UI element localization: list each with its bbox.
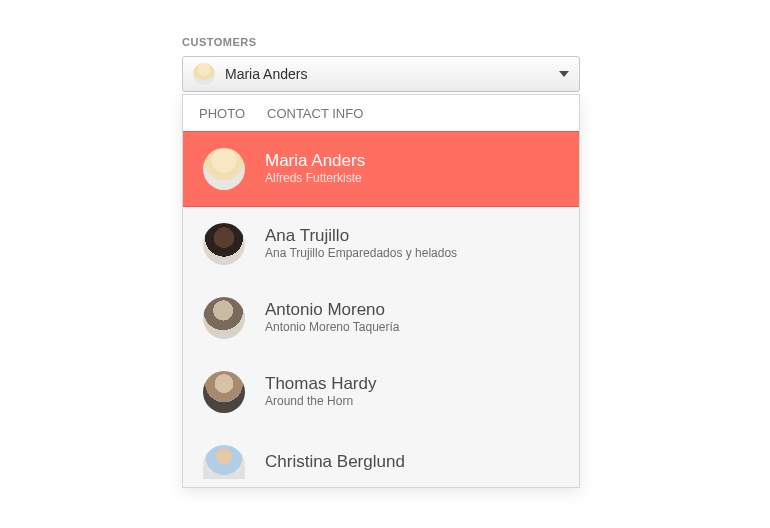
item-name: Antonio Moreno: [265, 300, 400, 320]
list-item[interactable]: Christina Berglund: [183, 429, 579, 487]
avatar: [203, 371, 245, 413]
item-company: Antonio Moreno Taquería: [265, 320, 400, 336]
item-name: Ana Trujillo: [265, 226, 457, 246]
list-item[interactable]: Thomas Hardy Around the Horn: [183, 355, 579, 429]
item-company: Around the Horn: [265, 394, 376, 410]
list-item[interactable]: Ana Trujillo Ana Trujillo Emparedados y …: [183, 207, 579, 281]
customer-dropdown: PHOTO CONTACT INFO Maria Anders Alfreds …: [182, 94, 580, 488]
item-company: Ana Trujillo Emparedados y helados: [265, 246, 457, 262]
selected-value: Maria Anders: [225, 66, 559, 82]
avatar: [203, 223, 245, 265]
column-contact: CONTACT INFO: [267, 106, 363, 121]
dropdown-header: PHOTO CONTACT INFO: [183, 95, 579, 132]
avatar: [193, 63, 215, 85]
avatar: [203, 148, 245, 190]
column-photo: PHOTO: [199, 106, 245, 121]
dropdown-list: Maria Anders Alfreds Futterkiste Ana Tru…: [183, 131, 579, 487]
customer-select[interactable]: Maria Anders: [182, 56, 580, 92]
list-item[interactable]: Antonio Moreno Antonio Moreno Taquería: [183, 281, 579, 355]
item-name: Maria Anders: [265, 151, 365, 171]
item-name: Christina Berglund: [265, 452, 405, 472]
item-company: Alfreds Futterkiste: [265, 171, 365, 187]
item-name: Thomas Hardy: [265, 374, 376, 394]
section-label: CUSTOMERS: [182, 36, 580, 48]
avatar: [203, 445, 245, 479]
avatar: [203, 297, 245, 339]
list-item[interactable]: Maria Anders Alfreds Futterkiste: [183, 131, 579, 207]
chevron-down-icon: [559, 71, 569, 77]
